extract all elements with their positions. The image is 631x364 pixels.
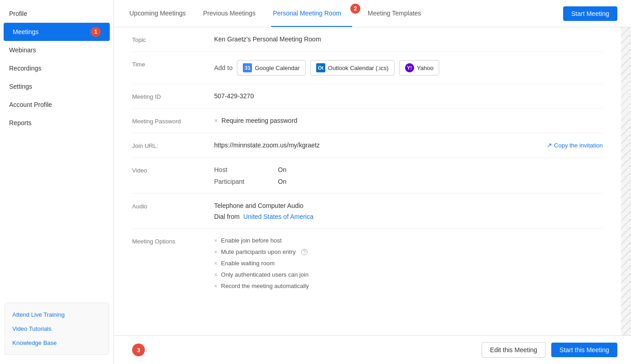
tab-personal[interactable]: Personal Meeting Room 2: [271, 0, 352, 27]
tab-previous[interactable]: Previous Meetings: [201, 0, 257, 27]
sidebar-resource-attend-live[interactable]: Attend Live Training: [5, 308, 108, 322]
tabs-container: Upcoming Meetings Previous Meetings Pers…: [128, 0, 423, 27]
start-this-meeting-button[interactable]: Start this Meeting: [551, 343, 617, 357]
video-host-value: On: [278, 166, 287, 173]
video-participant-label: Participant: [214, 178, 260, 185]
time-value: Add to 31 Google Calendar Ot Outlook Cal…: [214, 60, 603, 76]
add-to-label: Add to: [214, 64, 232, 71]
google-calendar-button[interactable]: 31 Google Calendar: [237, 60, 305, 76]
video-host-label: Host: [214, 166, 260, 173]
sidebar-nav: Profile Meetings 1 Webinars Recordings S…: [0, 5, 113, 293]
topic-value: Ken Graetz's Personal Meeting Room: [214, 35, 603, 43]
sidebar-item-label: Webinars: [9, 46, 36, 54]
x-icon-waiting: ×: [214, 260, 217, 267]
start-meeting-button[interactable]: Start Meeting: [563, 6, 617, 21]
sidebar-resource-knowledge-base[interactable]: Knowledge Base: [5, 336, 108, 350]
option-label: Enable join before host: [221, 237, 282, 244]
copy-invitation-button[interactable]: ↗ Copy the invitation: [547, 142, 603, 149]
join-url-label: Join URL:: [132, 142, 214, 149]
join-url-value: https://minnstate.zoom.us/my/kgraetz ↗ C…: [214, 142, 603, 149]
x-icon-join: ×: [214, 238, 217, 244]
video-participant-item: Participant On: [214, 178, 603, 185]
edit-meeting-button[interactable]: Edit this Meeting: [482, 342, 546, 358]
dial-country-link[interactable]: United States of America: [243, 213, 313, 220]
video-participant-value: On: [278, 178, 287, 185]
x-icon-auth: ×: [214, 272, 217, 278]
x-icon-mute: ×: [214, 249, 217, 255]
sidebar-resource-video-tutorials[interactable]: Video Tutorials: [5, 322, 108, 336]
audio-type: Telephone and Computer Audio: [214, 202, 603, 209]
sidebar-item-label: Profile: [9, 10, 27, 17]
sidebar-item-label: Meetings: [13, 28, 39, 35]
topbar: Upcoming Meetings Previous Meetings Pers…: [114, 0, 631, 27]
option-waiting-room: × Enable waiting room: [214, 260, 603, 267]
meeting-id-row: Meeting ID 507-429-3270: [132, 84, 603, 109]
meetings-badge: 1: [91, 27, 101, 37]
stripe-panel: [621, 27, 631, 335]
meeting-password-value: × Require meeting password: [214, 117, 603, 124]
option-mute-participants: × Mute participants upon entry ?: [214, 248, 603, 255]
option-join-before-host: × Enable join before host: [214, 237, 603, 244]
sidebar-resources: Attend Live Training Video Tutorials Kno…: [5, 303, 109, 355]
content-area: Topic Ken Graetz's Personal Meeting Room…: [114, 27, 631, 335]
yahoo-calendar-icon: Y!: [405, 63, 414, 72]
time-row: Time Add to 31 Google Calendar Ot Outloo…: [132, 52, 603, 84]
meeting-options-label: Meeting Options: [132, 237, 214, 245]
topic-label: Topic: [132, 35, 214, 43]
personal-tab-badge: 2: [350, 4, 360, 14]
yahoo-calendar-label: Yahoo: [417, 65, 434, 71]
tab-upcoming[interactable]: Upcoming Meetings: [128, 0, 188, 27]
outlook-calendar-button[interactable]: Ot Outlook Calendar (.ics): [310, 60, 395, 76]
meeting-id-value: 507-429-3270: [214, 92, 603, 100]
audio-row: Audio Telephone and Computer Audio Dial …: [132, 194, 603, 229]
meeting-id-label: Meeting ID: [132, 92, 214, 100]
dial-from-label: Dial from: [214, 213, 240, 220]
calendar-buttons: Add to 31 Google Calendar Ot Outlook Cal…: [214, 60, 603, 76]
sidebar-item-webinars[interactable]: Webinars: [0, 41, 113, 59]
tab-label: Personal Meeting Room: [273, 10, 341, 17]
info-icon: ?: [301, 249, 308, 255]
audio-dial: Dial from United States of America: [214, 213, 603, 220]
option-label: Mute participants upon entry: [221, 248, 296, 255]
join-url-content: https://minnstate.zoom.us/my/kgraetz ↗ C…: [214, 142, 603, 149]
video-settings: Host On Participant On: [214, 166, 603, 185]
meeting-password-label: Meeting Password: [132, 117, 214, 125]
tab-label: Upcoming Meetings: [129, 10, 186, 17]
copy-icon: ↗: [547, 142, 552, 149]
tab-label: Meeting Templates: [368, 10, 421, 17]
bottom-bar: 3 Edit this Meeting Start this Meeting: [114, 335, 631, 364]
sidebar-item-settings[interactable]: Settings: [0, 77, 113, 96]
require-password-text: Require meeting password: [221, 117, 298, 124]
audio-label: Audio: [132, 202, 214, 210]
topic-row: Topic Ken Graetz's Personal Meeting Room: [132, 27, 603, 52]
audio-value: Telephone and Computer Audio Dial from U…: [214, 202, 603, 220]
video-host-item: Host On: [214, 166, 603, 173]
google-calendar-label: Google Calendar: [255, 65, 299, 71]
sidebar-item-label: Reports: [9, 119, 31, 126]
option-label: Record the meeting automatically: [221, 283, 309, 289]
video-value: Host On Participant On: [214, 166, 603, 185]
sidebar-item-recordings[interactable]: Recordings: [0, 59, 113, 77]
sidebar-item-profile[interactable]: Profile: [0, 5, 113, 23]
option-label: Only authenticated users can join: [221, 271, 308, 278]
option-label: Enable waiting room: [221, 260, 275, 267]
sidebar-item-label: Recordings: [9, 65, 41, 72]
sidebar-item-meetings[interactable]: Meetings 1: [4, 23, 110, 41]
sidebar: Profile Meetings 1 Webinars Recordings S…: [0, 0, 114, 364]
bottom-badge: 3: [132, 344, 145, 356]
copy-invitation-label: Copy the invitation: [554, 142, 603, 149]
x-icon-record: ×: [214, 283, 217, 289]
option-authenticated-users: × Only authenticated users can join: [214, 271, 603, 278]
join-url-link[interactable]: https://minnstate.zoom.us/my/kgraetz: [214, 142, 320, 149]
password-x-icon: ×: [214, 117, 218, 124]
sidebar-item-reports[interactable]: Reports: [0, 114, 113, 132]
sidebar-item-account-profile[interactable]: Account Profile: [0, 96, 113, 114]
yahoo-calendar-button[interactable]: Y! Yahoo: [399, 60, 440, 76]
option-record-auto: × Record the meeting automatically: [214, 283, 603, 289]
meeting-options-row: Meeting Options × Enable join before hos…: [132, 229, 603, 302]
detail-panel: Topic Ken Graetz's Personal Meeting Room…: [114, 27, 621, 335]
time-label: Time: [132, 60, 214, 68]
tab-templates[interactable]: Meeting Templates: [366, 0, 423, 27]
video-row: Video Host On Participant On: [132, 158, 603, 194]
main-content: Upcoming Meetings Previous Meetings Pers…: [114, 0, 631, 364]
